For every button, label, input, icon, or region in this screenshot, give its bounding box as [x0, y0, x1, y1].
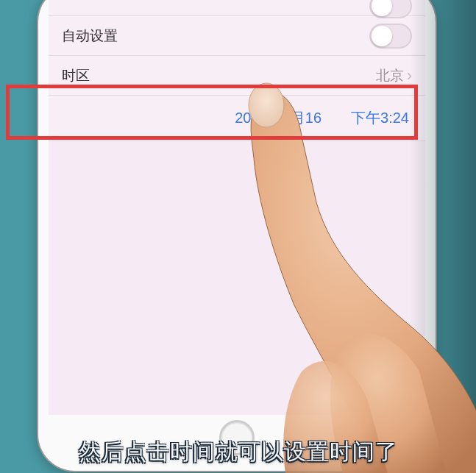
- auto-set-label: 自动设置: [62, 26, 118, 46]
- timezone-value-wrap: 北京 ›: [376, 66, 412, 85]
- auto-set-toggle[interactable]: [369, 24, 412, 49]
- row-partial-above[interactable]: [49, 0, 425, 16]
- timezone-label: 时区: [62, 66, 90, 85]
- phone-screen: 自动设置 时区 北京 › 2018年5月16 下午3:24: [49, 0, 425, 416]
- time-value[interactable]: 下午3:24: [351, 108, 409, 128]
- timezone-value: 北京: [376, 66, 404, 85]
- video-caption: 然后点击时间就可以设置时间了: [0, 437, 476, 467]
- row-date-time[interactable]: 2018年5月16 下午3:24: [49, 96, 425, 141]
- phone-bezel: 自动设置 时区 北京 › 2018年5月16 下午3:24: [38, 0, 436, 471]
- switch-knob: [372, 0, 392, 16]
- chevron-right-icon: ›: [407, 66, 412, 85]
- row-auto-set[interactable]: 自动设置: [49, 16, 425, 56]
- row-timezone[interactable]: 时区 北京 ›: [49, 56, 425, 96]
- toggle-switch-partial[interactable]: [369, 0, 412, 18]
- switch-knob: [372, 26, 392, 46]
- date-value[interactable]: 2018年5月16: [235, 108, 322, 128]
